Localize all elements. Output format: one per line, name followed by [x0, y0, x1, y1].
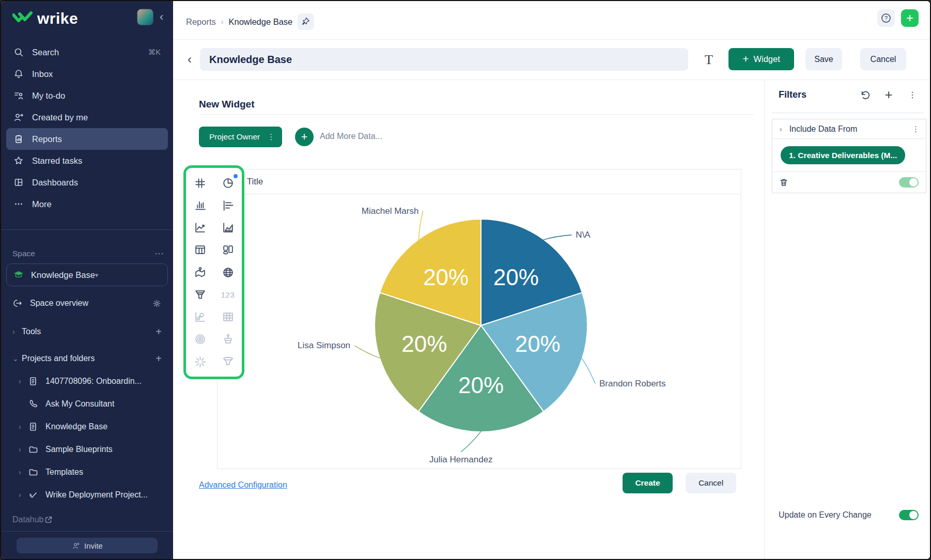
- chart-type-sunburst[interactable]: [190, 351, 210, 372]
- create-button[interactable]: Create: [623, 473, 673, 493]
- sidebar-item-dashboards[interactable]: Dashboards: [6, 172, 168, 193]
- sidebar-item-sample-blueprints[interactable]: › Sample Blueprints: [6, 439, 168, 460]
- collapse-sidebar-icon[interactable]: ‹: [160, 10, 163, 24]
- pie-chart[interactable]: 20%N\A20%Brandon Roberts20%Julia Hernand…: [218, 194, 741, 469]
- logo-wordmark: wrike: [37, 10, 78, 27]
- dashboard-icon: [13, 177, 24, 188]
- sidebar-item-more[interactable]: More: [6, 193, 168, 215]
- chart-type-map[interactable]: [190, 262, 210, 283]
- chart-type-column[interactable]: [190, 195, 210, 215]
- sidebar-divider: [1, 229, 173, 230]
- data-source-row: 1. Creative Deliverables (M...: [772, 139, 926, 172]
- filters-divider: [772, 113, 924, 113]
- wrike-logo-icon: [12, 11, 33, 26]
- add-project-icon[interactable]: +: [156, 353, 162, 365]
- sidebar-item-onboarding[interactable]: › 1407708096: Onboardin...: [6, 371, 168, 392]
- document-icon: [28, 422, 38, 432]
- sidebar-item-wrike-deployment[interactable]: › Wrike Deployment Project...: [6, 485, 168, 505]
- sidebar-item-knowledge-base[interactable]: › Knowledge Base: [6, 416, 168, 437]
- report-title-input[interactable]: [200, 48, 688, 71]
- advanced-configuration-link[interactable]: Advanced Configuration: [199, 480, 287, 490]
- sidebar-item-my-todo[interactable]: My to-do: [6, 85, 168, 106]
- star-icon: [13, 155, 24, 166]
- chart-type-milestone[interactable]: [218, 329, 238, 350]
- filters-menu-icon[interactable]: ⋮: [906, 88, 919, 101]
- chart-type-pivot[interactable]: [218, 307, 238, 328]
- reset-filters-icon[interactable]: [859, 88, 871, 101]
- avatar[interactable]: [137, 9, 153, 25]
- chart-type-table[interactable]: [190, 240, 210, 260]
- sidebar-item-search[interactable]: Search ⌘K: [6, 41, 168, 63]
- breadcrumb-separator: ›: [221, 18, 224, 26]
- sidebar-item-inbox[interactable]: Inbox: [6, 63, 168, 85]
- text-widget-button[interactable]: T: [700, 51, 718, 69]
- chart-type-pie[interactable]: [218, 173, 238, 193]
- line-chart-icon: [194, 221, 207, 234]
- chart-type-board[interactable]: [218, 240, 238, 260]
- add-widget-button[interactable]: + Widget: [728, 48, 794, 70]
- include-data-header[interactable]: › Include Data From ⋮: [772, 119, 926, 139]
- source-pill[interactable]: 1. Creative Deliverables (M...: [781, 146, 905, 164]
- sidebar-item-space-overview[interactable]: Space overview: [6, 293, 168, 314]
- table-icon: [194, 243, 207, 256]
- sidebar-item-projects-folders[interactable]: ⌄ Projects and folders +: [6, 348, 168, 369]
- chart-type-globe[interactable]: [218, 262, 238, 283]
- chart-type-rings[interactable]: [190, 329, 210, 350]
- invite-button[interactable]: Invite: [17, 538, 158, 553]
- grid-chart-icon: [194, 177, 207, 190]
- chevron-right-icon: ›: [780, 125, 782, 133]
- add-filter-icon[interactable]: +: [882, 88, 895, 101]
- sidebar-item-templates[interactable]: › Templates: [6, 462, 168, 483]
- update-on-change-toggle[interactable]: [899, 510, 919, 520]
- widget-preview-card: Add Title 20%N\A20%Brandon Roberts20%Jul…: [217, 169, 741, 469]
- chart-type-bar[interactable]: [218, 195, 238, 215]
- gear-icon[interactable]: [152, 299, 162, 308]
- board-icon: [222, 243, 235, 256]
- pie-value-label: 20%: [458, 372, 504, 398]
- chart-type-area[interactable]: [218, 217, 238, 238]
- chart-type-grid[interactable]: [190, 173, 210, 193]
- cancel-button[interactable]: Cancel: [860, 48, 906, 70]
- search-shortcut: ⌘K: [148, 48, 161, 56]
- space-selector[interactable]: Knowledge Base ▾: [6, 263, 168, 286]
- chart-type-number[interactable]: 123: [218, 284, 238, 305]
- breadcrumb: Reports › Knowledge Base: [186, 13, 314, 30]
- person-arrow-icon: [13, 112, 24, 122]
- source-enabled-toggle[interactable]: [899, 177, 919, 188]
- chart-type-line[interactable]: [190, 217, 210, 238]
- sidebar-item-tools[interactable]: › Tools +: [6, 321, 168, 342]
- space-options-icon[interactable]: ⋯: [154, 248, 164, 259]
- funnel-3d-icon: [222, 355, 235, 368]
- sidebar-item-created-by-me[interactable]: Created by me: [6, 106, 168, 128]
- pin-button[interactable]: [298, 13, 314, 30]
- global-add-button[interactable]: +: [901, 9, 919, 27]
- sidebar-item-datahub[interactable]: Datahub: [12, 515, 164, 524]
- person-plus-icon: [71, 541, 81, 550]
- breadcrumb-reports[interactable]: Reports: [186, 17, 216, 27]
- back-button[interactable]: ‹: [188, 52, 192, 67]
- sidebar-item-starred-tasks[interactable]: Starred tasks: [6, 150, 168, 172]
- create-cancel-button[interactable]: Cancel: [686, 473, 736, 493]
- sidebar-item-reports[interactable]: Reports: [6, 128, 168, 150]
- report-clipboard-icon: [13, 134, 24, 144]
- sidebar-item-ask-my-consultant[interactable]: Ask My Consultant: [6, 394, 168, 414]
- add-more-data-label[interactable]: Add More Data...: [320, 132, 382, 141]
- numeric-widget-icon: 123: [221, 290, 235, 299]
- chart-type-funnel-3d[interactable]: [218, 351, 238, 372]
- save-button[interactable]: Save: [805, 48, 842, 70]
- workspace-logo[interactable]: wrike ‹: [12, 8, 167, 29]
- add-data-button[interactable]: +: [295, 128, 314, 146]
- trash-icon[interactable]: [779, 177, 789, 188]
- pie-value-label: 20%: [423, 265, 469, 290]
- chevron-right-icon: ›: [19, 491, 28, 499]
- sidebar: wrike ‹ Search ⌘K Inbox My to-do Created…: [1, 1, 173, 559]
- pie-value-label: 20%: [515, 331, 561, 356]
- chart-type-bubble[interactable]: [190, 307, 210, 328]
- plus-icon: +: [742, 53, 749, 65]
- data-source-button[interactable]: Project Owner ⋮: [199, 127, 282, 147]
- include-menu-icon[interactable]: ⋮: [912, 125, 920, 134]
- help-button[interactable]: ?: [877, 9, 895, 27]
- add-tool-icon[interactable]: +: [156, 326, 162, 338]
- chart-type-funnel[interactable]: [190, 284, 210, 305]
- chevron-right-icon: ›: [19, 377, 28, 385]
